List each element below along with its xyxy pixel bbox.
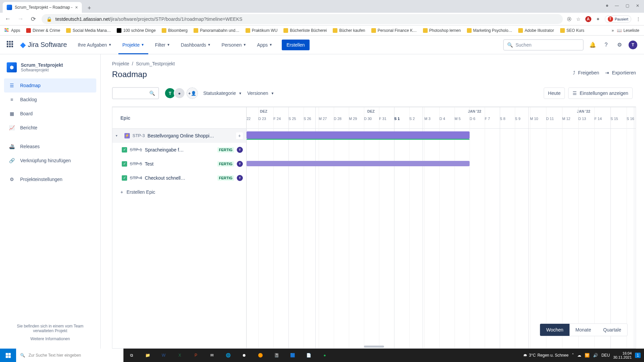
spotify-icon[interactable]: ● (317, 349, 333, 362)
account-indicator-icon[interactable] (606, 5, 608, 7)
minimize-icon[interactable]: — (615, 3, 619, 8)
export-button[interactable]: ⇥Exportieren (605, 70, 636, 75)
clock[interactable]: 16:04 30.11.2021 (613, 351, 632, 359)
assignee-avatar[interactable]: T (237, 147, 243, 153)
close-window-icon[interactable]: ✕ (636, 3, 639, 8)
network-icon[interactable]: 🛜 (585, 353, 590, 358)
avatar-unassigned[interactable]: ● (174, 87, 185, 99)
app-icon[interactable]: 📓 (268, 349, 284, 362)
bookmark-item[interactable]: Marketing Psycholo… (467, 28, 513, 33)
notepad-icon[interactable]: 📄 (301, 349, 317, 362)
status-category-dropdown[interactable]: Statuskategorie▼ (203, 90, 242, 96)
language-indicator[interactable]: DEU (601, 353, 610, 358)
story-row[interactable]: ✓ STP-1 Spracheingabe f… FERTIG T (112, 143, 246, 157)
nav-your-work[interactable]: Ihre Aufgaben▼ (74, 36, 116, 54)
excel-icon[interactable]: X (172, 349, 188, 362)
nav-projects[interactable]: Projekte▼ (118, 36, 148, 54)
notifications-icon[interactable]: 🔔 (588, 41, 597, 49)
edge-icon[interactable]: 🟦 (284, 349, 301, 362)
back-button[interactable]: ← (3, 15, 12, 22)
bookmark-item[interactable]: Bücher kaufen (333, 28, 365, 33)
extensions-icon[interactable]: ✦ (596, 16, 600, 22)
assignee-avatar[interactable]: T (237, 161, 243, 167)
jira-logo[interactable]: ◆ Jira Software (20, 41, 67, 49)
breadcrumb-project[interactable]: Scrum_Testprojekt (136, 61, 175, 66)
translate-icon[interactable]: ⦿ (567, 16, 572, 22)
bookmarks-overflow[interactable]: » 📖Leseliste (612, 28, 639, 33)
bookmark-item[interactable]: Social Media Mana… (66, 28, 111, 33)
bookmark-item[interactable]: Praktikum WU (246, 28, 278, 33)
roadmap-search-input[interactable]: 🔍 (112, 87, 159, 99)
sidebar-item-releases[interactable]: 🚢Releases (4, 139, 96, 154)
bookmark-item[interactable]: 100 schöne Dinge (117, 28, 156, 33)
powerpoint-icon[interactable]: P (188, 349, 204, 362)
sidebar-item-project-settings[interactable]: ⚙Projekteinstellungen (4, 172, 96, 186)
resize-handle[interactable] (364, 346, 384, 348)
bookmark-item[interactable]: Bücherliste Bücherei (283, 28, 327, 33)
explorer-icon[interactable]: 📁 (140, 349, 156, 362)
app-switcher-icon[interactable] (7, 41, 15, 49)
versions-dropdown[interactable]: Versionen▼ (247, 90, 274, 96)
sidebar-more-info-link[interactable]: Weitere Informationen (11, 337, 90, 341)
maximize-icon[interactable]: ▢ (626, 3, 629, 8)
zoom-weeks[interactable]: Wochen (540, 324, 569, 336)
settings-icon[interactable]: ⚙ (615, 41, 624, 49)
nav-apps[interactable]: Apps▼ (253, 36, 276, 54)
create-epic-button[interactable]: + Erstellen Epic (112, 185, 246, 199)
close-tab-icon[interactable]: × (75, 5, 78, 10)
new-tab-button[interactable]: + (85, 3, 94, 13)
sidebar-item-roadmap[interactable]: ☰Roadmap (4, 78, 96, 93)
breadcrumb-projects[interactable]: Projekte (112, 61, 129, 66)
create-button[interactable]: Erstellen (282, 40, 309, 50)
reload-button[interactable]: ⟳ (29, 15, 38, 23)
forward-button[interactable]: → (16, 15, 25, 22)
bookmark-item[interactable]: Adobe Illustrator (518, 28, 554, 33)
profile-paused-pill[interactable]: T Pausiert (605, 15, 631, 23)
story-row[interactable]: ✓ STP-5 Test FERTIG T (112, 157, 246, 171)
bookmark-item[interactable]: Apps (5, 28, 20, 33)
user-avatar[interactable]: T (629, 41, 637, 49)
add-people-button[interactable]: +👤 (186, 87, 198, 99)
bookmark-item[interactable]: Bloomberg (162, 28, 187, 33)
start-button[interactable] (0, 349, 16, 362)
nav-dashboards[interactable]: Dashboards▼ (177, 36, 215, 54)
sidebar-item-backlog[interactable]: ≡Backlog (4, 93, 96, 107)
sidebar-item-add-link[interactable]: 🔗Verknüpfung hinzufügen (4, 154, 96, 168)
expand-toggle-icon[interactable]: ▾ (116, 134, 122, 137)
weather-widget[interactable]: 🌧 3°C Regen u. Schnee (523, 353, 569, 358)
nav-filters[interactable]: Filter▼ (151, 36, 174, 54)
zoom-months[interactable]: Monate (570, 324, 597, 336)
onedrive-icon[interactable]: ☁ (577, 353, 581, 358)
mail-icon[interactable]: ✉ (204, 349, 220, 362)
taskbar-search-input[interactable]: 🔍 Zur Suche Text hier eingeben (16, 349, 123, 362)
epic-row[interactable]: ▾ ⚡ STP-3 Bestellvorgang Online Shoppi… … (112, 129, 246, 143)
today-button[interactable]: Heute (544, 87, 565, 99)
bookmark-item[interactable]: Photoshop lernen (423, 28, 461, 33)
nav-people[interactable]: Personen▼ (218, 36, 251, 54)
story-bar[interactable] (247, 161, 470, 166)
volume-icon[interactable]: 🔊 (593, 353, 598, 358)
obs-icon[interactable]: ⏺ (236, 349, 252, 362)
bookmark-item[interactable]: Dinner & Crime (26, 28, 60, 33)
sidebar-item-reports[interactable]: 📈Berichte (4, 121, 96, 135)
add-child-button[interactable]: + (236, 132, 243, 139)
menu-icon[interactable]: ⋮ (636, 16, 641, 22)
story-row[interactable]: ✓ STP-4 Checkout schnell… FERTIG T (112, 171, 246, 185)
bookmark-item[interactable]: SEO Kurs (560, 28, 584, 33)
share-button[interactable]: ⤴Freigeben (573, 70, 599, 75)
bookmark-item[interactable]: Personal Finance K… (371, 28, 417, 33)
chrome-icon[interactable]: 🌐 (220, 349, 236, 362)
tray-chevron-icon[interactable]: ˄ (572, 353, 574, 358)
roadmap-timeline[interactable]: DEZDEZJAN '22JAN '2222D 23F 24S 25S 26M … (247, 107, 636, 348)
star-icon[interactable]: ☆ (576, 16, 581, 22)
url-bar[interactable]: 🔒 testdeutsch1.atlassian.net/jira/softwa… (42, 14, 563, 24)
epic-bar[interactable] (247, 131, 470, 139)
zoom-quarters[interactable]: Quartale (597, 324, 627, 336)
view-settings-button[interactable]: ☰Einstellungen anzeigen (568, 87, 633, 99)
browser-tab[interactable]: Scrum_Testprojekt – Roadmap - × (3, 2, 82, 13)
word-icon[interactable]: W (156, 349, 172, 362)
app-icon[interactable]: 🟠 (252, 349, 268, 362)
adblock-icon[interactable]: A (585, 16, 591, 22)
notification-center-icon[interactable]: 1 (635, 353, 641, 358)
assignee-avatar[interactable]: T (237, 175, 243, 181)
